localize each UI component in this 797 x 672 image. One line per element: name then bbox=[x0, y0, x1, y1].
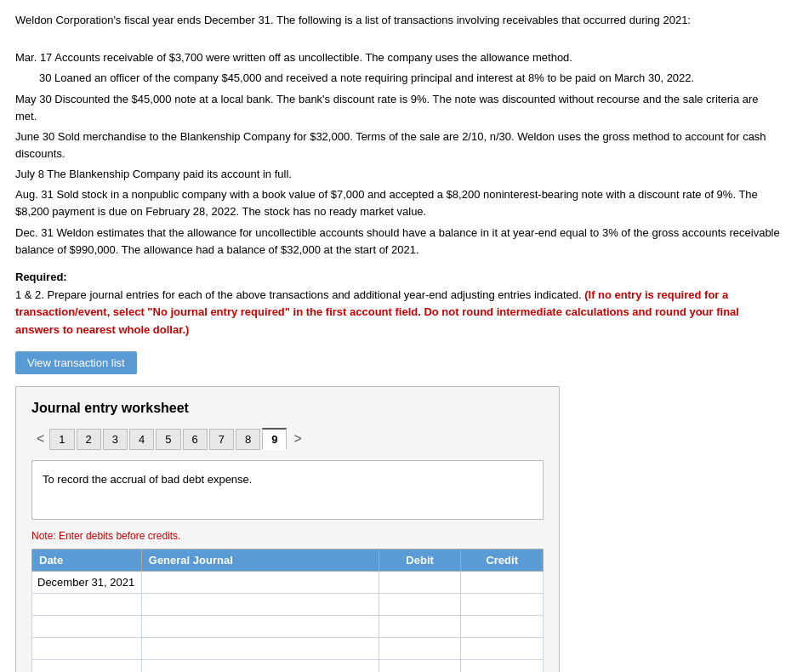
credit-input-5[interactable] bbox=[461, 660, 543, 672]
credit-input-2[interactable] bbox=[461, 594, 543, 615]
view-transaction-button[interactable]: View transaction list bbox=[15, 351, 137, 374]
transaction-mar30: 30 Loaned an officer of the company $45,… bbox=[15, 70, 782, 87]
intro-paragraph: Weldon Corporation's fiscal year ends De… bbox=[15, 12, 782, 29]
credit-input-3[interactable] bbox=[461, 616, 543, 637]
col-header-credit: Credit bbox=[461, 550, 544, 572]
debit-cell-4[interactable] bbox=[379, 638, 461, 660]
credit-cell-3[interactable] bbox=[461, 616, 544, 638]
col-header-debit: Debit bbox=[379, 550, 461, 572]
credit-input-1[interactable] bbox=[461, 572, 543, 593]
debit-input-5[interactable] bbox=[379, 660, 461, 672]
gj-input-3[interactable] bbox=[142, 616, 379, 637]
tab-4[interactable]: 4 bbox=[129, 429, 154, 450]
date-cell-5 bbox=[32, 660, 142, 672]
gj-input-1[interactable] bbox=[142, 572, 379, 593]
gj-input-2[interactable] bbox=[142, 594, 379, 615]
gj-cell-3[interactable] bbox=[141, 616, 379, 638]
tab-8[interactable]: 8 bbox=[236, 429, 260, 450]
debit-cell-3[interactable] bbox=[379, 616, 461, 638]
table-row bbox=[32, 638, 544, 660]
transaction-aug31: Aug. 31 Sold stock in a nonpublic compan… bbox=[15, 186, 782, 220]
debit-input-4[interactable] bbox=[379, 638, 461, 659]
credit-cell-2[interactable] bbox=[461, 594, 544, 616]
gj-input-5[interactable] bbox=[142, 660, 379, 672]
note-text: Note: Enter debits before credits. bbox=[31, 530, 544, 542]
prev-tab-button[interactable]: < bbox=[31, 430, 49, 448]
table-row bbox=[32, 616, 544, 638]
credit-cell-4[interactable] bbox=[461, 638, 544, 660]
tab-navigation: < 1 2 3 4 5 6 7 8 9 > bbox=[31, 428, 544, 450]
required-label: Required: bbox=[15, 271, 67, 283]
credit-cell-1[interactable] bbox=[461, 572, 544, 594]
table-row bbox=[32, 660, 544, 672]
credit-input-4[interactable] bbox=[461, 638, 543, 659]
debit-input-1[interactable] bbox=[379, 572, 461, 593]
journal-table: Date General Journal Debit Credit Decemb… bbox=[31, 549, 544, 672]
transaction-mar17: Mar. 17 Accounts receivable of $3,700 we… bbox=[15, 49, 782, 66]
debit-cell-1[interactable] bbox=[379, 572, 461, 594]
intro-section: Weldon Corporation's fiscal year ends De… bbox=[15, 12, 782, 259]
required-section: Required: 1 & 2. Prepare journal entries… bbox=[15, 269, 782, 339]
col-header-date: Date bbox=[32, 550, 142, 572]
worksheet-title: Journal entry worksheet bbox=[31, 401, 544, 416]
date-cell-3 bbox=[32, 616, 142, 638]
instruction-box: To record the accrual of bad debt expens… bbox=[31, 460, 544, 520]
tab-5[interactable]: 5 bbox=[156, 429, 180, 450]
tab-2[interactable]: 2 bbox=[77, 429, 101, 450]
transaction-jul8: July 8 The Blankenship Company paid its … bbox=[15, 166, 782, 183]
transaction-may30: May 30 Discounted the $45,000 note at a … bbox=[15, 91, 782, 125]
gj-cell-5[interactable] bbox=[141, 660, 379, 672]
table-row bbox=[32, 594, 544, 616]
gj-cell-4[interactable] bbox=[141, 638, 379, 660]
gj-input-4[interactable] bbox=[142, 638, 379, 659]
debit-input-3[interactable] bbox=[379, 616, 461, 637]
credit-cell-5[interactable] bbox=[461, 660, 544, 672]
instruction-text: To record the accrual of bad debt expens… bbox=[43, 473, 252, 486]
gj-cell-2[interactable] bbox=[141, 594, 379, 616]
gj-cell-1[interactable] bbox=[141, 572, 379, 594]
debit-cell-2[interactable] bbox=[379, 594, 461, 616]
table-row: December 31, 2021 bbox=[32, 572, 544, 594]
col-header-gj: General Journal bbox=[141, 550, 379, 572]
date-cell-4 bbox=[32, 638, 142, 660]
worksheet-container: Journal entry worksheet < 1 2 3 4 5 6 7 … bbox=[15, 386, 560, 672]
date-cell-2 bbox=[32, 594, 142, 616]
tab-1[interactable]: 1 bbox=[49, 429, 74, 450]
transaction-dec31: Dec. 31 Weldon estimates that the allowa… bbox=[15, 225, 782, 259]
tab-6[interactable]: 6 bbox=[183, 429, 208, 450]
date-cell-1: December 31, 2021 bbox=[32, 572, 142, 594]
tab-7[interactable]: 7 bbox=[209, 429, 234, 450]
tab-3[interactable]: 3 bbox=[103, 429, 128, 450]
transaction-jun30: June 30 Sold merchandise to the Blankens… bbox=[15, 128, 782, 162]
required-text-normal: 1 & 2. Prepare journal entries for each … bbox=[15, 288, 584, 301]
tab-9[interactable]: 9 bbox=[262, 428, 287, 450]
debit-cell-5[interactable] bbox=[379, 660, 461, 672]
debit-input-2[interactable] bbox=[379, 594, 461, 615]
next-tab-button[interactable]: > bbox=[288, 430, 306, 448]
